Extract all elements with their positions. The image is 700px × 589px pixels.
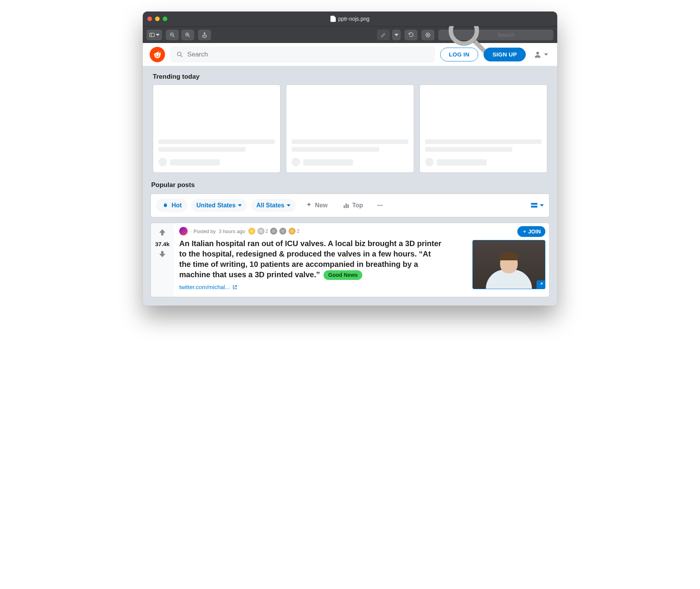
post-title-text: An Italian hospital ran out of ICU valve… — [179, 239, 441, 279]
macos-window: pptr-nojs.png — [143, 12, 557, 306]
filter-new-label: New — [315, 202, 328, 209]
macos-search-input[interactable] — [497, 32, 550, 38]
rotate-button[interactable] — [404, 30, 418, 40]
svg-rect-29 — [531, 206, 538, 208]
filter-top[interactable]: Top — [337, 199, 368, 212]
site-header: LOG IN SIGN UP — [143, 43, 557, 66]
award-icon[interactable] — [270, 228, 277, 235]
chevron-down-icon — [540, 204, 544, 207]
svg-point-25 — [377, 205, 378, 206]
skeleton-line — [425, 147, 512, 152]
upvote-button[interactable] — [157, 227, 168, 239]
filter-region[interactable]: All States — [251, 199, 296, 212]
file-icon — [330, 16, 336, 22]
post-title[interactable]: An Italian hospital ran out of ICU valve… — [179, 238, 444, 280]
external-link-icon — [232, 285, 238, 290]
skeleton-avatar — [292, 158, 300, 166]
user-icon — [533, 50, 542, 59]
svg-line-20 — [181, 55, 182, 57]
award-icon[interactable] — [289, 228, 296, 235]
dots-icon — [376, 202, 384, 209]
bar-chart-icon — [342, 202, 350, 209]
svg-line-6 — [188, 36, 190, 37]
svg-point-17 — [154, 53, 155, 55]
share-button[interactable] — [198, 30, 211, 40]
edit-button[interactable] — [377, 30, 390, 40]
skeleton-avatar — [425, 158, 434, 166]
window-title-text: pptr-nojs.png — [338, 16, 370, 22]
vote-score: 37.4k — [155, 241, 170, 247]
award-icon[interactable] — [279, 228, 286, 235]
zoom-out-button[interactable] — [166, 30, 179, 40]
filter-top-label: Top — [352, 202, 363, 209]
chevron-down-icon — [156, 34, 160, 36]
macos-titlebar: pptr-nojs.png — [143, 12, 557, 26]
svg-point-18 — [159, 53, 161, 55]
filter-hot-label: Hot — [172, 202, 182, 209]
markup-button[interactable] — [421, 30, 434, 40]
post-link-text: twitter.com/michal... — [179, 284, 230, 290]
filter-hot[interactable]: Hot — [156, 199, 187, 212]
post-flair[interactable]: Good News — [324, 270, 362, 280]
post-body: · Posted by 3 hours ago 2 2 JOIN — [174, 223, 549, 297]
svg-rect-24 — [347, 205, 348, 208]
thumbnail-person — [486, 250, 532, 289]
join-label: JOIN — [528, 228, 541, 235]
external-link-badge[interactable] — [537, 280, 545, 289]
edit-dropdown-button[interactable] — [392, 30, 401, 40]
trending-heading: Trending today — [143, 66, 557, 84]
join-button[interactable]: JOIN — [517, 226, 545, 237]
posted-by-prefix: · Posted by — [191, 228, 216, 234]
view-mode-toggle[interactable] — [530, 201, 544, 210]
chevron-down-icon — [544, 53, 548, 56]
macos-search[interactable] — [438, 30, 553, 40]
filter-more-button[interactable] — [372, 199, 388, 212]
chevron-down-icon — [287, 204, 291, 207]
trending-card-placeholder[interactable] — [419, 84, 547, 173]
post-external-link[interactable]: twitter.com/michal... — [179, 284, 238, 290]
filter-bar: Hot United States All States New Top — [150, 194, 550, 217]
external-link-icon — [538, 282, 543, 287]
reddit-logo[interactable] — [150, 47, 165, 62]
svg-rect-23 — [345, 204, 347, 208]
filter-country-label: United States — [196, 202, 236, 209]
svg-rect-22 — [343, 205, 345, 208]
skeleton-line — [158, 147, 246, 152]
maximize-window-button[interactable] — [163, 17, 167, 21]
trending-card-placeholder[interactable] — [286, 84, 414, 173]
signup-button[interactable]: SIGN UP — [484, 48, 526, 61]
trending-card-placeholder[interactable] — [153, 84, 281, 173]
user-menu-button[interactable] — [531, 49, 550, 60]
post-card[interactable]: 37.4k · Posted by 3 hours ago 2 — [150, 223, 550, 297]
filter-region-label: All States — [256, 202, 284, 209]
award-icon[interactable] — [258, 228, 264, 235]
svg-point-21 — [536, 51, 539, 54]
trending-cards — [143, 84, 557, 180]
minimize-window-button[interactable] — [155, 17, 160, 21]
sparkle-icon — [305, 202, 313, 209]
skeleton-line — [425, 139, 542, 144]
login-button[interactable]: LOG IN — [440, 48, 478, 61]
search-icon — [176, 51, 183, 58]
filter-new[interactable]: New — [300, 199, 333, 212]
reddit-icon — [152, 50, 162, 60]
svg-point-14 — [155, 54, 157, 55]
filter-country[interactable]: United States — [191, 199, 247, 212]
page-content: LOG IN SIGN UP Trending today — [143, 43, 557, 306]
site-search[interactable] — [170, 47, 435, 62]
window-controls — [147, 17, 167, 21]
close-window-button[interactable] — [147, 17, 152, 21]
award-icon[interactable] — [248, 228, 255, 235]
zoom-in-button[interactable] — [181, 30, 194, 40]
chevron-down-icon — [238, 204, 242, 207]
skeleton-line — [303, 159, 353, 165]
macos-toolbar — [143, 26, 557, 43]
svg-point-26 — [379, 205, 380, 206]
site-search-input[interactable] — [187, 51, 429, 58]
post-thumbnail[interactable] — [472, 240, 545, 289]
downvote-button[interactable] — [157, 249, 168, 261]
popular-heading: Popular posts — [143, 180, 557, 194]
arrow-up-icon — [158, 228, 167, 237]
subreddit-avatar[interactable] — [179, 227, 188, 235]
sidebar-toggle-button[interactable] — [147, 30, 162, 40]
